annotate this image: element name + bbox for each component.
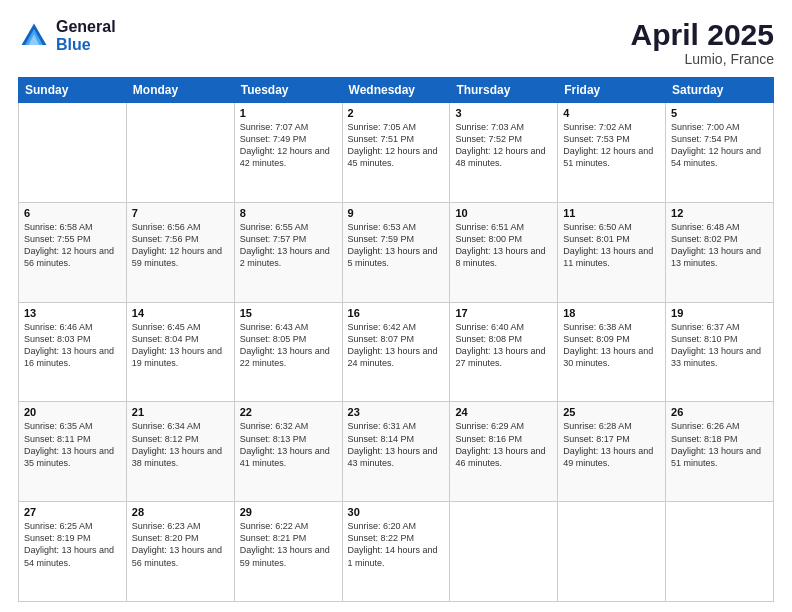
table-row: 19Sunrise: 6:37 AM Sunset: 8:10 PM Dayli… xyxy=(666,302,774,402)
day-info: Sunrise: 6:32 AM Sunset: 8:13 PM Dayligh… xyxy=(240,420,337,469)
day-info: Sunrise: 6:40 AM Sunset: 8:08 PM Dayligh… xyxy=(455,321,552,370)
calendar-week-2: 6Sunrise: 6:58 AM Sunset: 7:55 PM Daylig… xyxy=(19,202,774,302)
day-info: Sunrise: 6:56 AM Sunset: 7:56 PM Dayligh… xyxy=(132,221,229,270)
day-number: 16 xyxy=(348,307,445,319)
day-info: Sunrise: 6:37 AM Sunset: 8:10 PM Dayligh… xyxy=(671,321,768,370)
day-number: 30 xyxy=(348,506,445,518)
day-number: 10 xyxy=(455,207,552,219)
day-number: 22 xyxy=(240,406,337,418)
table-row: 6Sunrise: 6:58 AM Sunset: 7:55 PM Daylig… xyxy=(19,202,127,302)
day-number: 5 xyxy=(671,107,768,119)
table-row: 14Sunrise: 6:45 AM Sunset: 8:04 PM Dayli… xyxy=(126,302,234,402)
day-info: Sunrise: 6:55 AM Sunset: 7:57 PM Dayligh… xyxy=(240,221,337,270)
day-number: 2 xyxy=(348,107,445,119)
day-number: 1 xyxy=(240,107,337,119)
day-info: Sunrise: 6:22 AM Sunset: 8:21 PM Dayligh… xyxy=(240,520,337,569)
table-row: 24Sunrise: 6:29 AM Sunset: 8:16 PM Dayli… xyxy=(450,402,558,502)
col-monday: Monday xyxy=(126,78,234,103)
day-info: Sunrise: 6:51 AM Sunset: 8:00 PM Dayligh… xyxy=(455,221,552,270)
calendar-week-1: 1Sunrise: 7:07 AM Sunset: 7:49 PM Daylig… xyxy=(19,103,774,203)
day-info: Sunrise: 6:29 AM Sunset: 8:16 PM Dayligh… xyxy=(455,420,552,469)
day-number: 19 xyxy=(671,307,768,319)
day-number: 23 xyxy=(348,406,445,418)
header: General Blue April 2025 Lumio, France xyxy=(18,18,774,67)
table-row: 28Sunrise: 6:23 AM Sunset: 8:20 PM Dayli… xyxy=(126,502,234,602)
day-info: Sunrise: 6:31 AM Sunset: 8:14 PM Dayligh… xyxy=(348,420,445,469)
logo-icon xyxy=(18,20,50,52)
day-info: Sunrise: 6:26 AM Sunset: 8:18 PM Dayligh… xyxy=(671,420,768,469)
day-info: Sunrise: 7:03 AM Sunset: 7:52 PM Dayligh… xyxy=(455,121,552,170)
day-number: 3 xyxy=(455,107,552,119)
col-sunday: Sunday xyxy=(19,78,127,103)
day-info: Sunrise: 6:48 AM Sunset: 8:02 PM Dayligh… xyxy=(671,221,768,270)
table-row: 10Sunrise: 6:51 AM Sunset: 8:00 PM Dayli… xyxy=(450,202,558,302)
day-number: 12 xyxy=(671,207,768,219)
header-row: Sunday Monday Tuesday Wednesday Thursday… xyxy=(19,78,774,103)
table-row: 4Sunrise: 7:02 AM Sunset: 7:53 PM Daylig… xyxy=(558,103,666,203)
col-friday: Friday xyxy=(558,78,666,103)
logo: General Blue xyxy=(18,18,116,53)
logo-general: General xyxy=(56,18,116,36)
day-number: 28 xyxy=(132,506,229,518)
day-info: Sunrise: 7:00 AM Sunset: 7:54 PM Dayligh… xyxy=(671,121,768,170)
location: Lumio, France xyxy=(631,51,774,67)
table-row xyxy=(450,502,558,602)
title-block: April 2025 Lumio, France xyxy=(631,18,774,67)
table-row: 26Sunrise: 6:26 AM Sunset: 8:18 PM Dayli… xyxy=(666,402,774,502)
day-number: 29 xyxy=(240,506,337,518)
col-wednesday: Wednesday xyxy=(342,78,450,103)
table-row xyxy=(126,103,234,203)
day-number: 9 xyxy=(348,207,445,219)
day-info: Sunrise: 6:46 AM Sunset: 8:03 PM Dayligh… xyxy=(24,321,121,370)
table-row: 20Sunrise: 6:35 AM Sunset: 8:11 PM Dayli… xyxy=(19,402,127,502)
day-number: 7 xyxy=(132,207,229,219)
day-info: Sunrise: 6:28 AM Sunset: 8:17 PM Dayligh… xyxy=(563,420,660,469)
table-row: 23Sunrise: 6:31 AM Sunset: 8:14 PM Dayli… xyxy=(342,402,450,502)
col-tuesday: Tuesday xyxy=(234,78,342,103)
table-row: 9Sunrise: 6:53 AM Sunset: 7:59 PM Daylig… xyxy=(342,202,450,302)
table-row: 21Sunrise: 6:34 AM Sunset: 8:12 PM Dayli… xyxy=(126,402,234,502)
day-number: 15 xyxy=(240,307,337,319)
logo-text: General Blue xyxy=(56,18,116,53)
day-info: Sunrise: 6:53 AM Sunset: 7:59 PM Dayligh… xyxy=(348,221,445,270)
table-row: 27Sunrise: 6:25 AM Sunset: 8:19 PM Dayli… xyxy=(19,502,127,602)
table-row xyxy=(558,502,666,602)
day-number: 21 xyxy=(132,406,229,418)
day-info: Sunrise: 7:02 AM Sunset: 7:53 PM Dayligh… xyxy=(563,121,660,170)
day-info: Sunrise: 7:05 AM Sunset: 7:51 PM Dayligh… xyxy=(348,121,445,170)
table-row: 16Sunrise: 6:42 AM Sunset: 8:07 PM Dayli… xyxy=(342,302,450,402)
day-number: 24 xyxy=(455,406,552,418)
day-number: 11 xyxy=(563,207,660,219)
table-row: 3Sunrise: 7:03 AM Sunset: 7:52 PM Daylig… xyxy=(450,103,558,203)
day-number: 18 xyxy=(563,307,660,319)
table-row: 17Sunrise: 6:40 AM Sunset: 8:08 PM Dayli… xyxy=(450,302,558,402)
table-row: 29Sunrise: 6:22 AM Sunset: 8:21 PM Dayli… xyxy=(234,502,342,602)
col-thursday: Thursday xyxy=(450,78,558,103)
table-row: 8Sunrise: 6:55 AM Sunset: 7:57 PM Daylig… xyxy=(234,202,342,302)
month-title: April 2025 xyxy=(631,18,774,51)
table-row xyxy=(666,502,774,602)
table-row: 12Sunrise: 6:48 AM Sunset: 8:02 PM Dayli… xyxy=(666,202,774,302)
day-info: Sunrise: 6:38 AM Sunset: 8:09 PM Dayligh… xyxy=(563,321,660,370)
day-info: Sunrise: 6:42 AM Sunset: 8:07 PM Dayligh… xyxy=(348,321,445,370)
day-info: Sunrise: 6:35 AM Sunset: 8:11 PM Dayligh… xyxy=(24,420,121,469)
table-row: 13Sunrise: 6:46 AM Sunset: 8:03 PM Dayli… xyxy=(19,302,127,402)
day-number: 26 xyxy=(671,406,768,418)
table-row: 22Sunrise: 6:32 AM Sunset: 8:13 PM Dayli… xyxy=(234,402,342,502)
table-row: 2Sunrise: 7:05 AM Sunset: 7:51 PM Daylig… xyxy=(342,103,450,203)
table-row: 11Sunrise: 6:50 AM Sunset: 8:01 PM Dayli… xyxy=(558,202,666,302)
calendar-week-5: 27Sunrise: 6:25 AM Sunset: 8:19 PM Dayli… xyxy=(19,502,774,602)
table-row: 25Sunrise: 6:28 AM Sunset: 8:17 PM Dayli… xyxy=(558,402,666,502)
table-row: 1Sunrise: 7:07 AM Sunset: 7:49 PM Daylig… xyxy=(234,103,342,203)
table-row: 30Sunrise: 6:20 AM Sunset: 8:22 PM Dayli… xyxy=(342,502,450,602)
table-row: 7Sunrise: 6:56 AM Sunset: 7:56 PM Daylig… xyxy=(126,202,234,302)
day-info: Sunrise: 6:20 AM Sunset: 8:22 PM Dayligh… xyxy=(348,520,445,569)
calendar-week-3: 13Sunrise: 6:46 AM Sunset: 8:03 PM Dayli… xyxy=(19,302,774,402)
day-number: 27 xyxy=(24,506,121,518)
table-row: 15Sunrise: 6:43 AM Sunset: 8:05 PM Dayli… xyxy=(234,302,342,402)
day-info: Sunrise: 6:58 AM Sunset: 7:55 PM Dayligh… xyxy=(24,221,121,270)
table-row: 5Sunrise: 7:00 AM Sunset: 7:54 PM Daylig… xyxy=(666,103,774,203)
day-info: Sunrise: 6:45 AM Sunset: 8:04 PM Dayligh… xyxy=(132,321,229,370)
calendar-table: Sunday Monday Tuesday Wednesday Thursday… xyxy=(18,77,774,602)
day-number: 13 xyxy=(24,307,121,319)
